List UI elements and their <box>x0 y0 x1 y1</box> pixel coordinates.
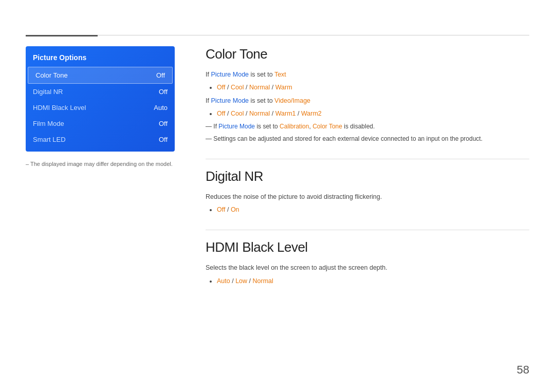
paragraph: If Picture Mode is set to Video/Image <box>206 96 529 106</box>
paragraph: If Picture Mode is set to Text <box>206 69 529 80</box>
section-digital-nr: Digital NRReduces the noise of the pictu… <box>206 169 529 231</box>
section-body-color-tone: If Picture Mode is set to TextOff / Cool… <box>206 69 529 144</box>
left-panel: Picture Options Color ToneOffDigital NRO… <box>26 46 175 167</box>
bullet-list: Off / Cool / Normal / Warm1 / Warm2 <box>217 108 529 119</box>
section-body-hdmi-black-level: Selects the black level on the screen to… <box>206 263 529 287</box>
section-color-tone: Color ToneIf Picture Mode is set to Text… <box>206 46 529 159</box>
menu-item-digital-nr[interactable]: Digital NROff <box>26 84 175 100</box>
top-short-line <box>26 35 98 36</box>
page-number: 58 <box>517 363 529 377</box>
bullet-item: Off / Cool / Normal / Warm <box>217 82 529 93</box>
menu-item-label: Film Mode <box>33 120 64 127</box>
indent-note: ― If Picture Mode is set to Calibration,… <box>206 121 529 132</box>
menu-item-label: Color Tone <box>35 71 68 79</box>
bullet-list: Off / Cool / Normal / Warm <box>217 82 529 93</box>
bullet-list: Auto / Low / Normal <box>217 276 529 287</box>
top-full-line <box>26 35 529 35</box>
menu-item-smart-led[interactable]: Smart LEDOff <box>26 132 175 147</box>
paragraph: Selects the black level on the screen to… <box>206 263 529 273</box>
menu-box: Picture Options Color ToneOffDigital NRO… <box>26 46 175 152</box>
menu-title: Picture Options <box>26 50 175 67</box>
menu-item-label: Digital NR <box>33 88 63 96</box>
menu-item-film-mode[interactable]: Film ModeOff <box>26 116 175 132</box>
right-content: Color ToneIf Picture Mode is set to Text… <box>206 46 529 301</box>
bullet-item: Auto / Low / Normal <box>217 276 529 287</box>
section-title-hdmi-black-level: HDMI Black Level <box>206 239 529 255</box>
menu-item-label: HDMI Black Level <box>33 104 86 111</box>
section-hdmi-black-level: HDMI Black LevelSelects the black level … <box>206 239 529 287</box>
menu-item-hdmi-black-level[interactable]: HDMI Black LevelAuto <box>26 100 175 116</box>
menu-item-value: Off <box>159 120 168 127</box>
menu-item-value: Auto <box>154 104 168 111</box>
section-title-color-tone: Color Tone <box>206 46 529 62</box>
menu-item-value: Off <box>159 136 168 143</box>
menu-item-value: Off <box>159 88 168 96</box>
panel-note: – The displayed image may differ dependi… <box>26 161 175 167</box>
menu-item-value: Off <box>156 71 165 79</box>
section-divider <box>206 230 529 230</box>
bullet-list: Off / On <box>217 204 529 215</box>
section-divider <box>206 159 529 159</box>
indent-note: ― Settings can be adjusted and stored fo… <box>206 134 529 144</box>
menu-item-color-tone[interactable]: Color ToneOff <box>28 67 173 84</box>
paragraph: Reduces the noise of the picture to avoi… <box>206 192 529 202</box>
menu-item-label: Smart LED <box>33 136 66 143</box>
bullet-item: Off / On <box>217 204 529 215</box>
section-title-digital-nr: Digital NR <box>206 169 529 184</box>
section-body-digital-nr: Reduces the noise of the picture to avoi… <box>206 192 529 216</box>
bullet-item: Off / Cool / Normal / Warm1 / Warm2 <box>217 108 529 119</box>
